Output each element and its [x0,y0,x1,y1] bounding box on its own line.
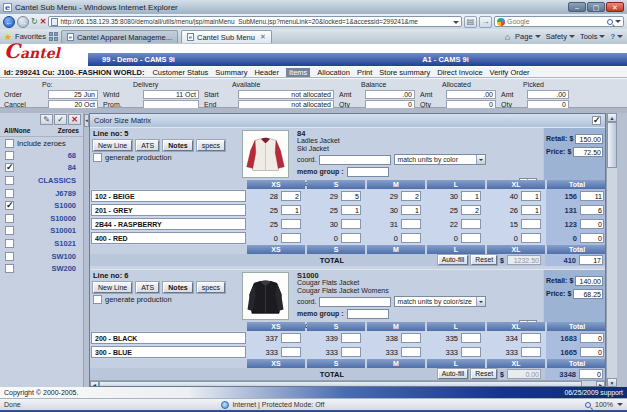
qty-input[interactable] [341,219,361,229]
stop-icon[interactable]: ✕ [40,17,47,27]
product-checkbox-sw200[interactable] [5,264,14,273]
row-total-input[interactable]: 0 [580,333,604,343]
row-total-input[interactable]: 0 [580,347,604,357]
ats-button[interactable]: ATS [136,282,159,293]
product-checkbox-s1021[interactable] [5,239,14,248]
sidebar-product-label[interactable]: S10001 [14,226,76,235]
nav-item-allocation[interactable]: Allocation [317,68,350,77]
confirm-matrix-checkbox[interactable] [592,116,601,125]
new-line-button[interactable]: New Line [93,140,132,151]
product-checkbox-sw100[interactable] [5,252,14,261]
nav-item-customer-status[interactable]: Customer Status [152,68,208,77]
sidebar-product-label[interactable]: SW100 [14,252,76,261]
nav-item-items[interactable]: Items [286,68,310,77]
qty-input[interactable] [521,233,541,243]
maximize-button[interactable]: ▢ [587,2,605,12]
nav-item-store-summary[interactable]: Store summary [379,68,430,77]
qty-input[interactable] [461,219,481,229]
memo-group-input[interactable] [347,309,389,319]
quick-tabs-icon[interactable] [49,32,58,41]
qty-input[interactable]: 1 [521,191,541,201]
qty-input[interactable]: 1 [341,205,361,215]
qty-input[interactable]: 2 [401,191,421,201]
qty-input[interactable] [341,333,361,343]
forward-button[interactable]: → [17,16,29,28]
qty-input[interactable] [461,333,481,343]
back-button[interactable]: ← [3,16,15,28]
address-input[interactable]: http://66.158.129.35:8080/demo/all/utils… [48,16,462,27]
qty-input[interactable] [401,347,421,357]
auto-fill-button[interactable]: Auto-fill [438,369,469,379]
sidebar-product-label[interactable]: S1000 [14,201,76,210]
tab-cantel-apparel[interactable]: e Cantel Apparel Manageme... [61,30,178,43]
qty-input[interactable] [281,233,301,243]
qty-input[interactable]: 1 [401,205,421,215]
coord-input[interactable] [319,297,391,307]
apply-button[interactable]: ✓ [54,114,67,125]
grand-total-input[interactable]: 0 [579,369,603,379]
refresh-icon[interactable]: ↻ [31,17,38,27]
order-field-value[interactable]: 11 Oct [143,90,199,99]
generate-production-checkbox[interactable] [93,153,102,162]
search-icon[interactable] [607,19,613,25]
new-line-button[interactable]: New Line [93,282,132,293]
row-total-input[interactable]: 0 [580,233,604,243]
memo-group-input[interactable] [347,167,389,177]
qty-input[interactable] [281,347,301,357]
qty-input[interactable]: 2 [461,205,481,215]
chevron-down-icon[interactable] [453,16,459,27]
tab-cantel-sub-menu[interactable]: e Cantel Sub Menu ✕ [181,30,272,43]
page-preview-button[interactable]: ▤ [464,16,477,28]
vertical-scrollbar[interactable]: ▲ ▼ [606,113,617,387]
qty-input[interactable] [281,333,301,343]
order-field-value[interactable]: not allocated [238,90,334,99]
safety-menu[interactable]: Safety [546,32,575,41]
order-field-value[interactable]: 25 Jun [48,90,98,99]
scrollbar-thumb[interactable] [607,122,617,168]
product-checkbox-84[interactable] [5,163,14,172]
scroll-up-icon[interactable]: ▲ [607,113,617,122]
collapse-sidebar-button[interactable]: ◂ [84,114,89,127]
all-none-label[interactable]: All/None [4,127,30,136]
retail-input[interactable]: 140.00 [575,276,603,286]
sidebar-product-label[interactable]: 68 [14,151,76,160]
help-menu[interactable]: ? [610,32,623,41]
sidebar-product-label[interactable]: 84 [14,163,76,172]
zoom-icon[interactable] [585,402,591,408]
price-input[interactable]: 68.25 [573,289,603,299]
qty-input[interactable] [521,333,541,343]
row-total-input[interactable]: 11 [580,191,604,201]
chevron-down-icon[interactable] [615,20,621,26]
row-total-input[interactable]: 6 [580,205,604,215]
match-units-select[interactable]: match units by color [394,154,486,165]
sidebar-product-label[interactable]: CLASSICS [14,176,76,185]
grand-total-input[interactable]: 17 [579,255,603,265]
chevron-down-icon[interactable] [476,155,485,164]
close-button[interactable]: ✕ [606,2,624,12]
match-units-select[interactable]: match units by color/size [394,296,486,307]
minimize-button[interactable]: – [568,2,586,12]
coord-input[interactable] [319,155,391,165]
edit-button[interactable]: ✎ [40,114,53,125]
qty-input[interactable]: 2 [281,191,301,201]
zoom-level[interactable]: 100% [595,401,613,408]
order-field-value[interactable]: .00 [527,90,569,99]
notes-button[interactable]: Notes [163,282,192,293]
sidebar-product-label[interactable]: S10000 [14,214,76,223]
chevron-down-icon[interactable] [476,297,485,306]
product-checkbox-68[interactable] [5,151,14,160]
qty-input[interactable] [341,233,361,243]
specs-button[interactable]: specs [197,282,225,293]
scroll-down-icon[interactable]: ▼ [607,378,617,387]
nav-item-summary[interactable]: Summary [215,68,247,77]
nav-item-header[interactable]: Header [254,68,279,77]
qty-input[interactable] [401,233,421,243]
home-icon[interactable]: ⌂ [505,32,510,42]
order-field-value[interactable]: .00 [365,90,415,99]
qty-input[interactable]: 1 [281,205,301,215]
horizontal-scrollbar[interactable]: ◄ ► [90,380,605,387]
tab-close-icon[interactable]: ✕ [260,33,266,41]
sidebar-product-label[interactable]: S1021 [14,239,76,248]
nav-item-verify-order[interactable]: Verify Order [490,68,530,77]
sidebar-product-label[interactable]: SW200 [14,264,76,273]
